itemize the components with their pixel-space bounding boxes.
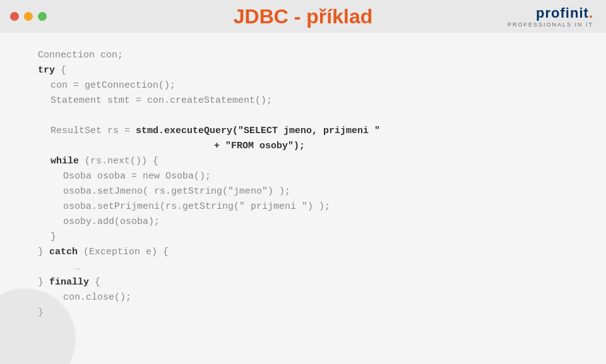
traffic-lights [10,12,47,21]
code-line-12: } [38,230,568,245]
code-block: Connection con; try { con = getConnectio… [38,48,568,320]
code-line-4: Statement stmt = con.createStatement(); [38,93,568,109]
dot-yellow [24,12,33,21]
code-line-9: osoba.setJmeno( rs.getString("jmeno") ); [38,184,568,199]
code-line-1: Connection con; [38,48,568,63]
code-line-17: } [38,305,568,320]
code-line-10: osoba.setPrijmeni(rs.getString(" prijmen… [38,199,568,214]
main-content: Connection con; try { con = getConnectio… [0,33,606,364]
code-line-6: + "FROM osoby"); [38,139,568,154]
logo-sub: PROFESSIONALS IN IT [508,21,593,28]
dot-red [10,12,19,21]
logo-area: profinit. PROFESSIONALS IN IT [508,5,593,28]
code-line-16: con.close(); [38,290,568,305]
code-line-3: con = getConnection(); [38,78,568,93]
code-line-8: Osoba osoba = new Osoba(); [38,169,568,184]
code-line-2: try { [38,63,568,78]
dot-green [38,12,47,21]
code-line-blank [38,109,568,124]
code-line-13: } catch (Exception e) { [38,245,568,260]
code-line-15: } finally { [38,275,568,290]
code-line-7: while (rs.next()) { [38,154,568,169]
slide-title: JDBC - příklad [234,5,372,28]
code-line-14: … [38,260,568,275]
top-bar: JDBC - příklad profinit. PROFESSIONALS I… [0,0,606,33]
code-line-11: osoby.add(osoba); [38,214,568,230]
code-line-5: ResultSet rs = stmd.executeQuery("SELECT… [38,124,568,139]
logo-text: profinit. [536,5,593,21]
logo-dot: . [589,5,593,21]
